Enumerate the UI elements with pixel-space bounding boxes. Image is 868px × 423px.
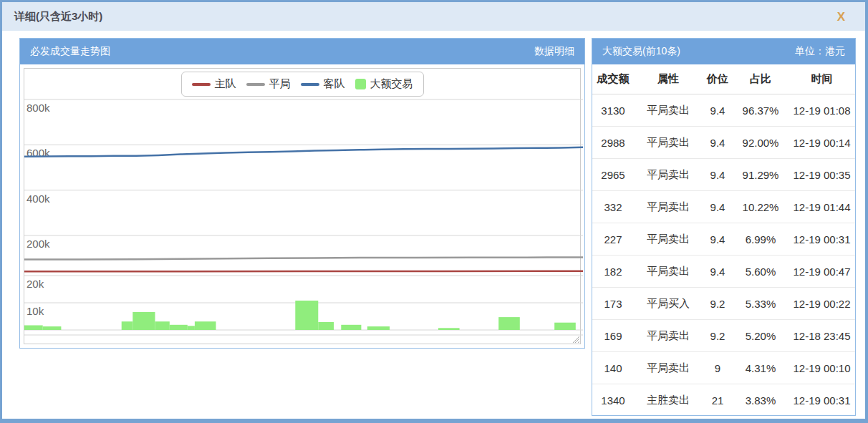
chart-legend: 主队平局客队大额交易 [181, 72, 424, 97]
table-cell: 12-19 00:22 [789, 298, 855, 310]
chart-legend-row: 主队平局客队大额交易 [24, 69, 580, 97]
volume-chart-title: 必发成交量走势图 [30, 45, 110, 58]
table-cell: 平局买入 [634, 297, 703, 311]
table-cell: 12-19 01:44 [789, 201, 855, 213]
table-cell: 9.2 [703, 298, 733, 310]
table-cell: 6.99% [733, 233, 789, 245]
volume-bar[interactable] [132, 312, 155, 330]
volume-bar[interactable] [170, 325, 188, 330]
table-cell: 平局卖出 [634, 265, 703, 278]
table-cell: 9.4 [703, 104, 733, 117]
legend-square-icon [355, 79, 366, 89]
volume-bar[interactable] [367, 326, 390, 330]
table-cell: 140 [592, 362, 634, 374]
table-cell: 173 [592, 298, 634, 310]
y-axis-tick-label: 800k [26, 102, 50, 114]
detail-dialog: 详细(只含近3小时) X 必发成交量走势图 数据明细 主队平局客队大额交易 80… [0, 0, 868, 423]
table-cell: 182 [592, 266, 634, 278]
table-row: 2965平局卖出9.491.29%12-19 00:35 [592, 159, 855, 191]
table-cell: 2965 [592, 169, 634, 181]
draw-line[interactable] [24, 257, 583, 259]
data-detail-link[interactable]: 数据明细 [534, 45, 574, 58]
legend-line-icon [301, 83, 319, 86]
table-cell: 12-19 00:31 [789, 233, 855, 245]
volume-bar[interactable] [24, 326, 43, 331]
table-cell: 4.31% [733, 362, 789, 374]
table-cell: 平局卖出 [634, 200, 703, 214]
table-cell: 332 [592, 201, 634, 213]
table-cell: 3130 [592, 104, 634, 117]
table-cell: 平局卖出 [634, 168, 703, 182]
resize-handle-icon[interactable] [572, 336, 579, 343]
table-cell: 1340 [592, 394, 634, 407]
table-cell: 9.4 [703, 233, 733, 245]
close-icon[interactable]: X [834, 9, 848, 24]
volume-chart-svg: 800k600k400k200k20k10k [24, 97, 583, 343]
table-cell: 9.2 [703, 330, 733, 342]
volume-bar[interactable] [122, 321, 133, 330]
table-cell: 12-19 00:31 [789, 394, 855, 407]
column-header: 时间 [789, 72, 855, 86]
legend-item[interactable]: 客队 [301, 77, 345, 91]
volume-bar[interactable] [295, 301, 318, 330]
table-cell: 12-19 00:14 [789, 137, 855, 149]
big-trades-panel: 大额交易(前10条) 单位：港元 成交额属性价位占比时间3130平局卖出9.49… [592, 38, 856, 416]
table-cell: 平局卖出 [634, 233, 703, 246]
table-header-row: 成交额属性价位占比时间 [592, 64, 855, 94]
legend-label: 平局 [269, 77, 291, 91]
volume-bar[interactable] [498, 317, 520, 330]
legend-item[interactable]: 主队 [192, 77, 236, 91]
table-cell: 2988 [592, 137, 634, 149]
y-axis-tick-label: 20k [26, 278, 44, 290]
big-trades-title: 大额交易(前10条) [602, 45, 680, 58]
legend-item[interactable]: 大额交易 [355, 77, 413, 91]
table-row: 3130平局卖出9.496.37%12-19 01:08 [592, 94, 855, 127]
dialog-title: 详细(只含近3小时) [14, 10, 102, 24]
y-axis-tick-label: 400k [26, 193, 50, 205]
table-row: 140平局卖出94.31%12-19 00:10 [592, 352, 855, 384]
y-axis-tick-label: 200k [26, 238, 50, 250]
column-header: 价位 [703, 72, 733, 86]
volume-bar[interactable] [318, 322, 334, 330]
legend-item[interactable]: 平局 [246, 77, 291, 91]
volume-chart-panel-header: 必发成交量走势图 数据明细 [20, 39, 584, 64]
table-cell: 9.4 [703, 137, 733, 149]
table-cell: 5.60% [733, 266, 789, 278]
volume-bar[interactable] [554, 323, 576, 330]
volume-bar[interactable] [341, 325, 361, 330]
legend-line-icon [246, 83, 265, 86]
table-cell: 9.4 [703, 169, 733, 181]
table-cell: 平局卖出 [634, 136, 703, 150]
legend-line-icon [192, 83, 211, 86]
table-cell: 主胜卖出 [634, 394, 703, 407]
unit-label: 单位：港元 [795, 45, 845, 58]
volume-bar[interactable] [155, 321, 170, 330]
volume-bar[interactable] [438, 328, 460, 330]
table-cell: 9.4 [703, 201, 733, 213]
table-cell: 12-18 23:45 [789, 330, 855, 342]
table-cell: 9.4 [703, 266, 733, 278]
volume-bar[interactable] [188, 326, 195, 330]
table-row: 169平局卖出9.25.20%12-18 23:45 [592, 320, 855, 352]
table-cell: 227 [592, 233, 634, 245]
table-cell: 92.00% [733, 137, 789, 149]
table-row: 173平局买入9.25.33%12-19 00:22 [592, 288, 855, 320]
home-line[interactable] [24, 271, 583, 272]
table-cell: 3.83% [733, 394, 789, 407]
table-cell: 169 [592, 330, 634, 342]
volume-bar[interactable] [195, 321, 216, 330]
away-line[interactable] [24, 147, 583, 157]
table-cell: 平局卖出 [634, 104, 703, 117]
table-cell: 5.33% [733, 298, 789, 310]
table-cell: 平局卖出 [634, 361, 703, 375]
big-trades-table: 成交额属性价位占比时间3130平局卖出9.496.37%12-19 01:082… [592, 64, 855, 417]
table-cell: 12-19 01:08 [789, 104, 855, 117]
volume-chart-panel: 必发成交量走势图 数据明细 主队平局客队大额交易 800k600k400k200… [19, 38, 585, 349]
legend-label: 大额交易 [370, 77, 413, 91]
table-cell: 12-19 00:47 [789, 266, 855, 278]
table-cell: 10.22% [733, 201, 789, 213]
table-cell: 91.29% [733, 169, 789, 181]
table-row: 182平局卖出9.45.60%12-19 00:47 [592, 256, 855, 288]
volume-bar[interactable] [43, 326, 62, 330]
table-cell: 9 [703, 362, 733, 374]
